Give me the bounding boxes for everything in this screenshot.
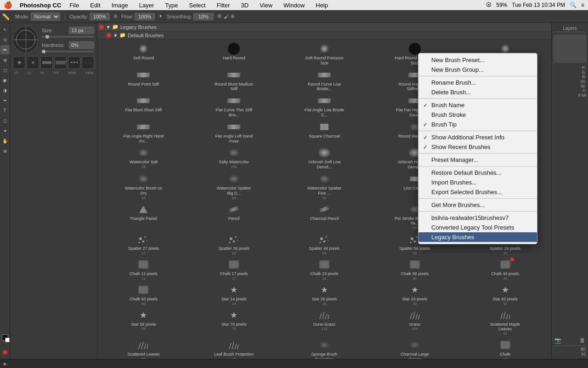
- brush-item[interactable]: Pencil: [189, 201, 279, 231]
- move-tool[interactable]: ↖: [0, 25, 10, 34]
- menu-type[interactable]: Type: [162, 2, 181, 9]
- type-tool[interactable]: T: [0, 106, 10, 115]
- menu-item-preset-manager---[interactable]: Preset Manager...: [418, 155, 537, 165]
- hardness-input[interactable]: 0%: [69, 41, 94, 49]
- paint-icon[interactable]: 🖌: [224, 14, 229, 19]
- menu-file[interactable]: File: [67, 2, 82, 9]
- menu-window[interactable]: Window: [281, 2, 307, 9]
- notification-icon[interactable]: ≡: [581, 2, 584, 8]
- menu-item-rename-brush---[interactable]: Rename Brush...: [418, 78, 537, 87]
- menu-item-new-brush-group---[interactable]: New Brush Group...: [418, 65, 537, 75]
- brush-item[interactable]: Watercolor Brush on Dry36: [98, 171, 189, 201]
- quick-preset-5[interactable]: ⋱⋱: [82, 56, 94, 69]
- bottom-arrow[interactable]: ▶: [4, 361, 7, 366]
- smoothing-value[interactable]: 10%: [193, 13, 214, 20]
- settings-icon[interactable]: ⚙: [217, 13, 222, 19]
- clone-tool[interactable]: ⊕: [0, 55, 10, 64]
- brush-item[interactable]: Soft Round: [98, 40, 189, 67]
- menu-item-brush-stroke[interactable]: Brush Stroke: [418, 110, 537, 120]
- zoom-tool[interactable]: ⊕: [0, 146, 10, 155]
- brush-item[interactable]: Flat Blunt Short Stiff: [98, 92, 189, 119]
- quick-preset-1[interactable]: [27, 56, 39, 69]
- quick-preset-2[interactable]: [40, 56, 53, 69]
- brush-item[interactable]: ★Star 26 pixels26: [279, 282, 370, 307]
- delete-layer-icon[interactable]: 🗑: [580, 337, 585, 344]
- brush-item[interactable]: Chalk 36 pixels36: [369, 256, 460, 282]
- menu-layer[interactable]: Layer: [136, 2, 157, 9]
- menu-edit[interactable]: Edit: [87, 2, 103, 9]
- legacy-brushes-folder[interactable]: ▼ 📁 Legacy Brushes: [97, 23, 551, 31]
- apple-menu[interactable]: 🍎: [4, 1, 12, 9]
- brush-item[interactable]: Watercolor Spatter Fine ...30: [279, 171, 370, 201]
- airbrush-icon[interactable]: ✦: [158, 13, 163, 19]
- brush-item[interactable]: Chalk 44 pixels44: [460, 256, 550, 282]
- brush-item[interactable]: Airbrush Soft Low Densit...: [279, 144, 370, 171]
- brush-item[interactable]: Triangle Pastel: [98, 201, 189, 231]
- brush-item[interactable]: Chalk 23 pixels23: [279, 256, 370, 282]
- flow-value[interactable]: 100%: [135, 13, 155, 20]
- size-slider[interactable]: [42, 36, 94, 38]
- brush-item[interactable]: Watercolor Spatter Big D...30: [189, 171, 279, 201]
- brush-item[interactable]: ★Star 14 pixels14: [189, 282, 279, 307]
- brush-item[interactable]: Hard Round: [189, 40, 279, 67]
- eyedropper-tool[interactable]: ✦: [0, 126, 10, 135]
- opacity-value[interactable]: 100%: [90, 13, 110, 20]
- brush-item[interactable]: Flat Curve Thin Stiff Bris...: [189, 92, 279, 119]
- brush-item[interactable]: Spatter 39 pixels39: [189, 231, 279, 256]
- menu-item-converted-legacy-tool-presets[interactable]: Converted Legacy Tool Presets: [418, 223, 537, 232]
- brush-item[interactable]: ★Star 55 pixels55: [98, 307, 189, 337]
- menu-item-export-selected-brushes---[interactable]: Export Selected Brushes...: [418, 187, 537, 197]
- eraser-tool[interactable]: ◻: [0, 65, 10, 75]
- brush-item[interactable]: Charcoal Large Smear36: [369, 337, 460, 359]
- menu-item-delete-brush---[interactable]: Delete Brush...: [418, 87, 537, 97]
- menu-filter[interactable]: Filter: [214, 2, 233, 9]
- brush-item[interactable]: Grass134: [369, 307, 460, 337]
- mode-select[interactable]: Normal: [31, 12, 60, 21]
- menu-view[interactable]: View: [257, 2, 275, 9]
- brush-tool[interactable]: ✏: [0, 45, 10, 54]
- brush-item[interactable]: Spatter 46 pixels46: [279, 231, 370, 256]
- brush-item[interactable]: Salty Watercolor260: [189, 144, 279, 171]
- menu-item-show-recent-brushes[interactable]: ✓Show Recent Brushes: [418, 142, 537, 152]
- lasso-tool[interactable]: ⊙: [0, 35, 10, 44]
- brush-item[interactable]: Soft Round Pressure Size: [279, 40, 370, 67]
- menu-item-new-brush-preset---[interactable]: New Brush Preset...: [418, 55, 537, 65]
- brush-item[interactable]: Round Blunt Medium Stiff: [189, 67, 279, 93]
- pen-tool[interactable]: ✒: [0, 96, 10, 105]
- menu-item-restore-default-brushes---[interactable]: Restore Default Brushes...: [418, 168, 537, 178]
- menu-item-get-more-brushes---[interactable]: Get More Brushes...: [418, 200, 537, 210]
- brush-item[interactable]: Leaf Brush Projection95: [189, 337, 279, 359]
- brush-item[interactable]: Scattered Leaves95: [98, 337, 189, 359]
- menu-item-brush-name[interactable]: ✓Brush Name: [418, 100, 537, 110]
- brush-item[interactable]: Round Point Stiff: [98, 67, 189, 93]
- hand-tool[interactable]: ✋: [0, 136, 10, 145]
- brush-item[interactable]: Chalk36: [460, 337, 550, 359]
- brush-item[interactable]: Sponge Brush Projection90: [279, 337, 370, 359]
- camera-icon[interactable]: 📷: [554, 337, 561, 344]
- menu-item-import-brushes---[interactable]: Import Brushes...: [418, 178, 537, 187]
- brush-item[interactable]: Square Charcoal: [279, 119, 370, 145]
- menu-item-show-additional-preset-info[interactable]: ✓Show Additional Preset Info: [418, 132, 537, 142]
- quick-preset-3[interactable]: [54, 56, 67, 69]
- menu-help[interactable]: Help: [313, 2, 331, 9]
- brush-item[interactable]: Round Curve Low Bristle...: [279, 67, 370, 93]
- brush-item[interactable]: Dune Grass112: [279, 307, 370, 337]
- quick-preset-4[interactable]: ✦✦✦: [68, 56, 80, 69]
- brush-item[interactable]: Watercolor Salt25: [98, 144, 189, 171]
- brush-item[interactable]: ★Star 70 pixels70: [189, 307, 279, 337]
- shape-tool[interactable]: ◻: [0, 116, 10, 125]
- brush-item[interactable]: Charcoal Pencil: [279, 201, 370, 231]
- brush-item[interactable]: Scattered Maple Leaves74: [460, 307, 550, 337]
- brush-item[interactable]: ★Star 42 pixels42: [460, 282, 550, 307]
- brush-item[interactable]: ★Star 33 pixels33: [369, 282, 460, 307]
- search-icon[interactable]: 🔍: [570, 2, 577, 8]
- menu-image[interactable]: Image: [109, 2, 131, 9]
- menu-item-brush-tip[interactable]: ✓Brush Tip: [418, 120, 537, 129]
- brush-item[interactable]: Chalk 17 pixels17: [189, 256, 279, 282]
- brush-item[interactable]: Flat Angle Right Hand Po...: [98, 119, 189, 145]
- menu-item-legacy-brushes[interactable]: Legacy Brushes: [418, 232, 537, 242]
- brush-item[interactable]: Chalk 60 pixels60: [98, 282, 189, 307]
- foreground-color[interactable]: [0, 333, 10, 342]
- brush-item[interactable]: Flat Angle Low Bristle C...: [279, 92, 370, 119]
- brush-item[interactable]: Chalk 11 pixels11: [98, 256, 189, 282]
